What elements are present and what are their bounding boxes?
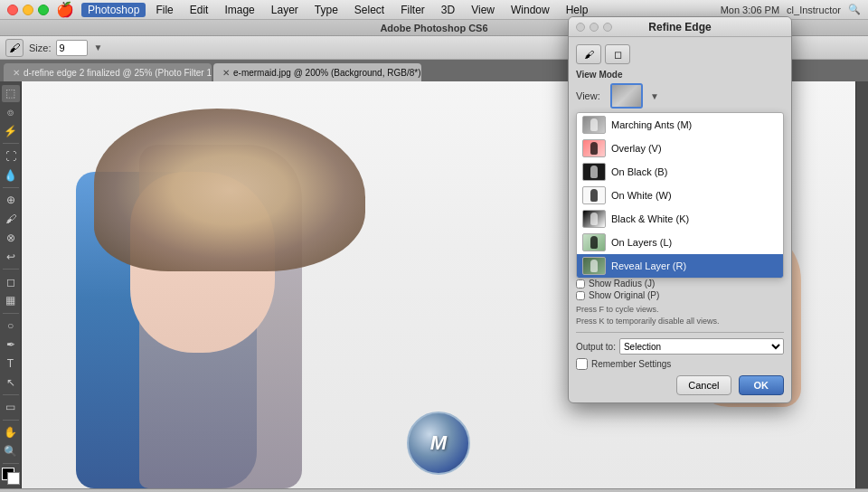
tab-label-0: d-refine edge 2 finalized @ 25% (Photo F… [24,68,212,78]
menu-filter[interactable]: Filter [394,3,431,17]
dialog-zoom[interactable] [603,23,612,32]
tab-0[interactable]: ✕ d-refine edge 2 finalized @ 25% (Photo… [4,63,212,81]
tool-shape[interactable]: ▭ [2,399,20,416]
view-dropdown[interactable]: Marching Ants (M) Overlay (V) On Black (… [576,112,784,279]
tool-history-brush[interactable]: ↩ [2,248,20,265]
foreground-background[interactable] [2,468,20,485]
ok-button[interactable]: OK [739,375,785,395]
dialog-buttons: Cancel OK [576,375,784,395]
tool-pen[interactable]: ✒ [2,336,20,354]
background-color[interactable] [7,472,20,485]
view-thumb-onwhite [582,186,606,204]
refine-radius-tool[interactable]: 🖌 [576,44,601,64]
output-select[interactable]: Selection [619,338,784,355]
view-thumb-marching [582,116,606,134]
show-original-checkbox[interactable] [576,291,585,300]
output-row: Output to: Selection [576,338,784,355]
view-mode-label: View Mode [576,70,784,80]
onwhite-figure [590,189,598,202]
tool-clone[interactable]: ⊗ [2,230,20,247]
view-option-reveal[interactable]: Reveal Layer (R) [577,254,783,278]
refine-edge-dialog[interactable]: Refine Edge 🖌 ◻ View Mode View: ▼ [568,16,792,403]
tool-zoom[interactable]: 🔍 [2,442,20,459]
menu-image[interactable]: Image [218,3,260,17]
menu-window[interactable]: Window [505,3,556,17]
tool-gradient[interactable]: ▦ [2,292,20,309]
tool-separator-2 [3,187,19,188]
tool-lasso[interactable]: ⌾ [2,104,20,121]
brush-preset-picker[interactable]: 🖌 [5,39,24,57]
menu-select[interactable]: Select [348,3,391,17]
tool-crop[interactable]: ⛶ [2,147,20,165]
view-thumb-overlay [582,139,606,157]
tool-magic-wand[interactable]: ⚡ [2,123,20,140]
tool-hand[interactable]: ✋ [2,424,20,441]
size-label: Size: [29,43,51,53]
search-icon[interactable]: 🔍 [848,4,861,15]
hint-line-1: Press F to cycle views. [576,304,784,316]
view-mode-row: View: ▼ [576,83,784,109]
view-thumb-onblack [582,163,606,181]
show-original-row: Show Original (P) [576,290,784,300]
maximize-button[interactable] [38,5,49,15]
menu-file[interactable]: File [149,3,179,17]
menu-photoshop[interactable]: Photoshop [81,3,146,17]
apple-menu[interactable]: 🍎 [56,1,74,18]
close-button[interactable] [7,5,18,15]
view-dropdown-arrow[interactable]: ▼ [650,91,659,101]
tool-eyedropper[interactable]: 💧 [2,166,20,184]
menu-layer[interactable]: Layer [265,3,305,17]
menu-3d[interactable]: 3D [435,3,461,17]
dialog-body: 🖌 ◻ View Mode View: ▼ Marching Ants (M) [569,37,791,402]
onlayers-figure [590,236,598,249]
tab-1[interactable]: ✕ e-mermaid.jpg @ 200% (Background, RGB/… [213,63,421,81]
hint-line-2: Press K to temporarily disable all views… [576,316,784,327]
logo-circle: M [407,412,470,475]
tool-separator-3 [3,269,19,270]
cancel-button[interactable]: Cancel [676,375,731,395]
view-label-bw: Black & White (K) [611,213,689,224]
right-sidebar [855,81,868,488]
view-option-onwhite[interactable]: On White (W) [577,184,783,207]
view-option-marching[interactable]: Marching Ants (M) [577,113,783,137]
view-thumb-reveal [582,257,606,275]
show-original-label: Show Original (P) [589,290,659,300]
view-label-onlayers: On Layers (L) [611,237,672,248]
tool-separator-6 [3,420,19,421]
show-radius-checkbox[interactable] [576,279,585,289]
tool-dodge[interactable]: ○ [2,317,20,335]
tab-close-1[interactable]: ✕ [222,68,230,78]
size-input[interactable] [56,40,88,56]
view-option-onblack[interactable]: On Black (B) [577,160,783,184]
menubar-items: Photoshop File Edit Image Layer Type Sel… [81,3,594,17]
view-thumbnail[interactable] [610,83,643,109]
view-label-onblack: On Black (B) [611,166,667,177]
left-toolbar: ⬚ ⌾ ⚡ ⛶ 💧 ⊕ 🖌 ⊗ ↩ ◻ ▦ ○ ✒ T ↖ ▭ ✋ 🔍 [0,81,22,488]
tool-brush[interactable]: 🖌 [2,211,20,228]
dialog-minimize[interactable] [590,23,599,32]
menu-edit[interactable]: Edit [184,3,215,17]
tool-path-select[interactable]: ↖ [2,374,20,391]
view-label-overlay: Overlay (V) [611,143,662,154]
erase-refinements-tool[interactable]: ◻ [605,44,630,64]
menu-time: Mon 3:06 PM [721,5,779,15]
menu-help[interactable]: Help [560,3,595,17]
tool-eraser[interactable]: ◻ [2,273,20,290]
menu-type[interactable]: Type [308,3,344,17]
view-option-overlay[interactable]: Overlay (V) [577,137,783,160]
tool-spot-heal[interactable]: ⊕ [2,192,20,209]
menu-view[interactable]: View [465,3,501,17]
tool-separator-5 [3,394,19,395]
tool-text[interactable]: T [2,355,20,372]
menu-wifi: cl_Instructor [787,5,841,15]
tool-marquee[interactable]: ⬚ [2,85,20,102]
dialog-close[interactable] [576,23,585,32]
size-dropdown-arrow[interactable]: ▼ [93,43,102,52]
status-bar: 200% ▶ Doc: 5.89M/5.49M ▶ Mini Bridge [0,488,868,492]
dialog-title: Refine Edge [648,21,711,33]
view-option-onlayers[interactable]: On Layers (L) [577,231,783,254]
minimize-button[interactable] [23,5,33,15]
view-option-bw[interactable]: Black & White (K) [577,207,783,231]
remember-checkbox[interactable] [576,358,588,370]
tab-close-0[interactable]: ✕ [13,68,20,78]
